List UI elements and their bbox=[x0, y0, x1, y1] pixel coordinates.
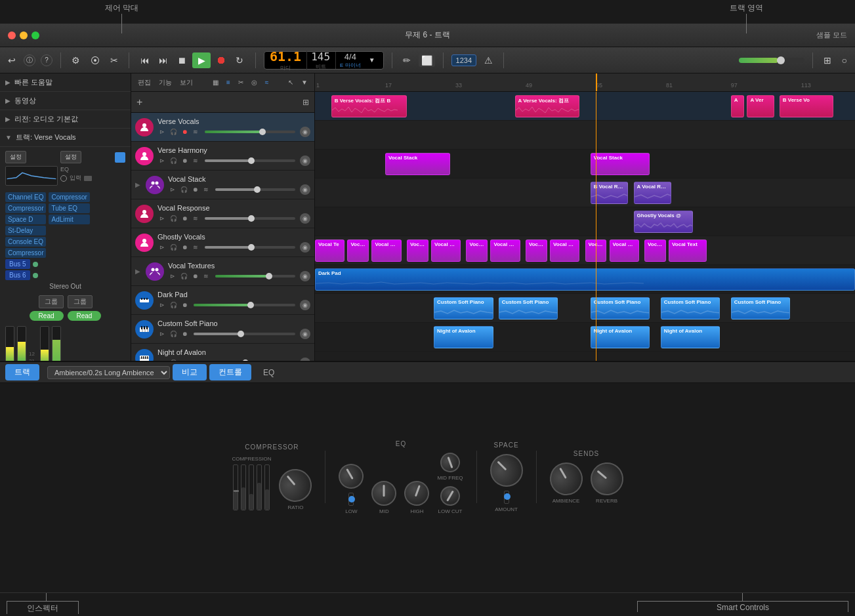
cursor-btn[interactable]: ↖ bbox=[285, 77, 296, 87]
amount-knob[interactable] bbox=[483, 447, 530, 494]
color-swatch[interactable] bbox=[115, 152, 125, 163]
plugin-compressor-1[interactable]: Compressor bbox=[5, 203, 46, 213]
track-row-verse-harmony[interactable]: Verse Harmony ⊳ 🎧 ⏺ ≋ ◉ bbox=[131, 142, 314, 171]
solo-btn-vr[interactable]: ≋ bbox=[191, 214, 200, 223]
clip-noa-1[interactable]: Night of Avalon bbox=[434, 326, 493, 348]
headphones-btn-noa[interactable]: 🎧 bbox=[169, 358, 178, 361]
plugin-console-eq[interactable]: Console EQ bbox=[5, 237, 46, 247]
record-btn-vs[interactable]: ⏺ bbox=[190, 185, 199, 194]
headphones-btn-gv[interactable]: 🎧 bbox=[169, 243, 178, 252]
clip-vt-12[interactable]: Vocal T bbox=[644, 239, 666, 262]
clip-csp-1[interactable]: Custom Soft Piano bbox=[434, 297, 493, 319]
mute-btn-vs[interactable]: ⊳ bbox=[168, 185, 177, 194]
clip-vt-1[interactable]: Vocal Te bbox=[315, 239, 344, 262]
mid-knob[interactable] bbox=[371, 481, 396, 506]
tab-compare[interactable]: 비교 bbox=[173, 364, 207, 380]
clip-vs-1[interactable]: Vocal Stack bbox=[385, 153, 450, 175]
arrange-row-vocal-response[interactable]: B Vocal Respon A Vocal Respo bbox=[315, 178, 855, 207]
clip-vt-4[interactable]: Vocal T bbox=[407, 239, 428, 262]
view-btn[interactable]: 보기 bbox=[177, 77, 196, 89]
clip-vt-2[interactable]: Vocal T bbox=[347, 239, 369, 262]
count-in-button[interactable]: 1234 bbox=[451, 54, 476, 66]
mute-btn-vt[interactable]: ⊳ bbox=[168, 272, 177, 281]
list-view-btn[interactable]: ≡ bbox=[224, 77, 233, 87]
mute-btn-noa[interactable]: ⊳ bbox=[157, 358, 167, 361]
reverb-knob[interactable] bbox=[583, 456, 629, 502]
fader-vr[interactable] bbox=[205, 217, 295, 220]
read-mode-btn-2[interactable]: Read bbox=[68, 311, 102, 321]
headphones-btn-vt[interactable]: 🎧 bbox=[179, 272, 188, 281]
clip-csp-2[interactable]: Custom Soft Piano bbox=[499, 297, 558, 319]
bus6-send[interactable]: Bus 6 bbox=[5, 270, 30, 280]
compression-fader-4[interactable] bbox=[257, 464, 262, 510]
input-knob[interactable] bbox=[60, 175, 67, 182]
settings-button[interactable]: ⚙ bbox=[69, 54, 83, 67]
clip-vv-aver[interactable]: A Ver bbox=[747, 95, 774, 117]
track-settings-icon[interactable]: ⊞ bbox=[302, 98, 309, 107]
clip-vv-a2[interactable]: A bbox=[731, 95, 745, 117]
minimize-button[interactable] bbox=[20, 31, 28, 39]
fader-gv[interactable] bbox=[205, 246, 295, 249]
track-row-dark-pad[interactable]: Dark Pad ⊳ 🎧 ⏺ ◉ bbox=[131, 286, 314, 315]
vol-btn-gv[interactable]: ◉ bbox=[300, 242, 310, 253]
vol-btn-vs[interactable]: ◉ bbox=[300, 184, 310, 195]
mute-btn-csp[interactable]: ⊳ bbox=[157, 329, 167, 339]
compression-fader-2[interactable] bbox=[241, 464, 246, 510]
arrange-row-verse-harmony[interactable] bbox=[315, 121, 855, 150]
headphones-btn-dp[interactable]: 🎧 bbox=[169, 300, 178, 310]
compression-fader-3[interactable] bbox=[249, 464, 254, 510]
fader-csp[interactable] bbox=[194, 333, 295, 335]
plugin-channel-eq[interactable]: Channel EQ bbox=[5, 192, 46, 202]
arrange-row-vocal-textures[interactable]: Vocal Te Vocal T Vocal Text Vocal T Voca… bbox=[315, 236, 855, 265]
low-indicator[interactable] bbox=[348, 493, 354, 506]
solo-btn-vh[interactable]: ≋ bbox=[191, 156, 200, 165]
clip-dp-1[interactable]: Dark Pad bbox=[315, 268, 855, 291]
arrange-row-dark-pad[interactable]: Dark Pad bbox=[315, 265, 855, 294]
clip-vr-b[interactable]: B Vocal Respon bbox=[591, 182, 629, 204]
record-btn-dp[interactable]: ⏺ bbox=[180, 300, 189, 310]
low-knob[interactable] bbox=[334, 459, 368, 493]
arrange-row-ghostly-vocals[interactable]: Ghostly Vocals @ bbox=[315, 207, 855, 236]
functions-btn[interactable]: 기능 bbox=[156, 77, 175, 89]
inspector-track[interactable]: ▼ 트랙: Verse Vocals bbox=[0, 129, 131, 147]
help-button[interactable]: ? bbox=[41, 54, 52, 66]
headphones-btn-vv[interactable]: 🎧 bbox=[169, 127, 178, 136]
inspector-quick-help[interactable]: ▶ 빠른 도움말 bbox=[0, 73, 131, 92]
clip-vr-a[interactable]: A Vocal Respo bbox=[634, 182, 672, 204]
plugin-compressor-2[interactable]: Compressor bbox=[5, 248, 46, 258]
plugin-tube-eq[interactable]: Tube EQ bbox=[49, 203, 89, 213]
tab-controls[interactable]: 컨트롤 bbox=[209, 364, 251, 380]
mute-btn-dp[interactable]: ⊳ bbox=[157, 300, 167, 310]
compression-fader[interactable] bbox=[233, 464, 238, 510]
vol-btn-vh[interactable]: ◉ bbox=[300, 155, 310, 166]
lowcut-knob[interactable] bbox=[437, 482, 464, 509]
vol-btn-vr[interactable]: ◉ bbox=[300, 213, 310, 224]
clip-vt-11[interactable]: Vocal Text bbox=[610, 239, 639, 262]
edit-btn[interactable]: 편집 bbox=[135, 77, 154, 89]
record-btn-vv[interactable]: ⏺ bbox=[180, 127, 189, 136]
scissors-tool-btn[interactable]: ✂ bbox=[236, 77, 246, 87]
mixer-button[interactable]: ⦿ bbox=[88, 54, 102, 67]
tab-eq[interactable]: EQ bbox=[254, 365, 283, 380]
playhead[interactable] bbox=[596, 73, 597, 91]
solo-btn-gv[interactable]: ≋ bbox=[191, 243, 200, 252]
amount-indicator[interactable] bbox=[504, 491, 509, 504]
clip-vv-a[interactable]: A Verse Vocals: 컴프 bbox=[515, 95, 580, 117]
compression-fader-5[interactable] bbox=[264, 464, 270, 510]
expand-vocal-stack[interactable]: ▶ bbox=[135, 181, 140, 188]
plugin-st-delay[interactable]: St-Delay bbox=[5, 226, 46, 236]
arrange-row-night-of-avalon[interactable]: Night of Avalon Night of Avalon Night of… bbox=[315, 323, 855, 352]
headphones-btn-vr[interactable]: 🎧 bbox=[169, 214, 178, 223]
track-row-verse-vocals[interactable]: Verse Vocals ⊳ 🎧 ⏺ ≋ ◉ bbox=[131, 113, 314, 142]
grid-view-btn[interactable]: ▦ bbox=[210, 77, 221, 87]
flex-btn[interactable]: ≈ bbox=[262, 77, 272, 87]
inspector-defaults[interactable]: ▶ 리전: 오디오 기본값 bbox=[0, 110, 131, 129]
group-btn-right[interactable]: 그룹 bbox=[68, 295, 93, 308]
volume-bar[interactable] bbox=[739, 58, 804, 63]
record-btn-vt[interactable]: ⏺ bbox=[190, 272, 199, 281]
midi-btn[interactable]: ◎ bbox=[249, 77, 260, 87]
arrange-row-custom-soft-piano[interactable]: Custom Soft Piano Custom Soft Piano Cust… bbox=[315, 294, 855, 323]
rewind-button[interactable]: ⏮ bbox=[137, 54, 153, 67]
tab-track[interactable]: 트랙 bbox=[5, 364, 39, 380]
fader-vv[interactable] bbox=[205, 131, 295, 133]
